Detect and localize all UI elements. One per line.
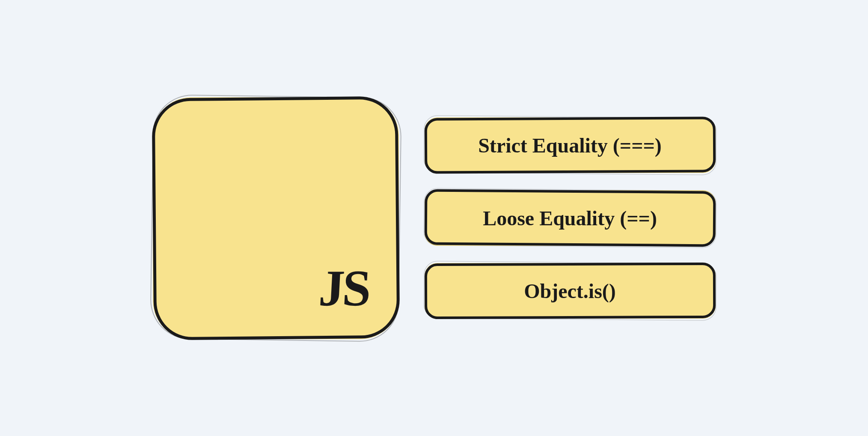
card-label: Strict Equality (===) — [478, 134, 662, 157]
js-logo-box: JS — [153, 97, 399, 339]
equality-cards-column: Strict Equality (===) Loose Equality (==… — [425, 117, 716, 319]
loose-equality-card: Loose Equality (==) — [425, 190, 716, 246]
diagram-container: JS Strict Equality (===) Loose Equality … — [153, 97, 716, 339]
card-label: Loose Equality (==) — [483, 206, 657, 230]
card-label: Object.is() — [524, 279, 616, 303]
object-is-card: Object.is() — [425, 263, 716, 319]
strict-equality-card: Strict Equality (===) — [425, 117, 716, 173]
js-logo-text: JS — [317, 259, 370, 318]
